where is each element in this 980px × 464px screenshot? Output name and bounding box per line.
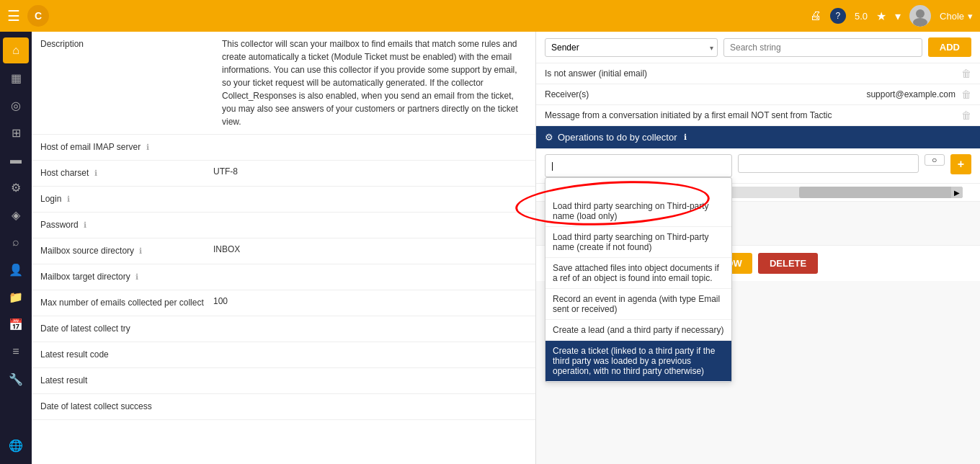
hamburger-icon[interactable]: ☰ bbox=[7, 7, 20, 24]
right-panel: Sender Receiver Subject Body ▾ ADD Is no… bbox=[536, 32, 980, 464]
ops-controls: Load third party searching on Third-part… bbox=[536, 148, 980, 184]
sidebar-item-globe[interactable]: 🌐 bbox=[3, 432, 29, 458]
sidebar-item-folder[interactable]: 📁 bbox=[3, 284, 29, 310]
operations-header: ⚙ Operations to do by collector ℹ bbox=[536, 126, 980, 148]
info-icon-imap: ℹ bbox=[146, 143, 149, 151]
delete-rule-2-icon[interactable]: 🗑 bbox=[961, 89, 971, 100]
field-label-password: Password ℹ bbox=[40, 218, 213, 230]
search-input[interactable] bbox=[723, 38, 922, 57]
filter-rule-1: Is not answer (initial email) 🗑 bbox=[536, 63, 980, 84]
field-value-charset: UTF-8 bbox=[213, 166, 527, 177]
description-label: Description bbox=[40, 37, 213, 128]
person-icon: 👤 bbox=[9, 263, 23, 277]
print-icon[interactable]: 🖨 bbox=[810, 9, 821, 22]
ops-dropdown-container: Load third party searching on Third-part… bbox=[545, 154, 732, 177]
sidebar-item-wrench[interactable]: 🔧 bbox=[3, 366, 29, 392]
field-label-max-emails: Max number of emails collected per colle… bbox=[40, 296, 213, 308]
sidebar-item-grid[interactable]: ⊞ bbox=[3, 120, 29, 146]
home-icon: ⌂ bbox=[12, 44, 19, 57]
folder-icon: 📁 bbox=[9, 290, 23, 304]
sidebar-item-user[interactable]: ◎ bbox=[3, 92, 29, 118]
app-logo: C bbox=[27, 5, 49, 27]
field-row-max-emails: Max number of emails collected per colle… bbox=[32, 290, 535, 316]
sidebar-item-list[interactable]: ≡ bbox=[3, 339, 29, 365]
sidebar-item-home[interactable]: ⌂ bbox=[3, 37, 29, 63]
chevron-icon[interactable]: ▾ bbox=[895, 9, 901, 23]
topbar-right: 🖨 ? 5.0 ★ ▾ Chole ▾ bbox=[810, 5, 973, 27]
delete-rule-3-icon[interactable]: 🗑 bbox=[961, 110, 971, 121]
gear-icon: ⚙ bbox=[11, 181, 21, 195]
calendar-icon: 📅 bbox=[9, 318, 23, 331]
main-wrapper: Description This collector will scan you… bbox=[32, 32, 980, 464]
list-icon: ≡ bbox=[12, 345, 19, 358]
ops-circle-button[interactable]: ○ bbox=[925, 154, 945, 166]
field-value-mailbox-source: INBOX bbox=[213, 244, 527, 254]
dropdown-item-empty[interactable] bbox=[545, 178, 731, 196]
sidebar-item-person[interactable]: 👤 bbox=[3, 256, 29, 282]
building-icon: ▦ bbox=[11, 71, 22, 85]
topbar: ☰ C 🖨 ? 5.0 ★ ▾ Chole ▾ bbox=[0, 0, 980, 32]
delete-rule-1-icon[interactable]: 🗑 bbox=[961, 68, 971, 79]
sidebar-item-search[interactable]: ⌕ bbox=[3, 229, 29, 255]
search-icon: ⌕ bbox=[12, 236, 19, 249]
svg-point-0 bbox=[916, 9, 925, 18]
info-icon-mailbox-target: ℹ bbox=[135, 272, 138, 281]
ops-add-button[interactable]: + bbox=[950, 154, 971, 174]
help-circle[interactable]: ? bbox=[830, 8, 846, 24]
filter-rule-text-3: Message from a conversation initiated by… bbox=[545, 110, 956, 120]
chart-icon: ▬ bbox=[10, 153, 22, 166]
ops-settings-icon: ⚙ bbox=[545, 132, 553, 143]
field-label-mailbox-source: Mailbox source directory ℹ bbox=[40, 244, 213, 256]
description-row: Description This collector will scan you… bbox=[32, 32, 535, 135]
svg-point-1 bbox=[913, 18, 927, 27]
sidebar-item-building[interactable]: ▦ bbox=[3, 65, 29, 91]
filter-rule-2: Receiver(s) support@example.com 🗑 bbox=[536, 84, 980, 105]
dropdown-item-2[interactable]: Load third party searching on Third-part… bbox=[545, 227, 731, 258]
field-row-result-code: Latest result code bbox=[32, 342, 535, 368]
dropdown-item-6[interactable]: Create a ticket (linked to a third party… bbox=[545, 341, 731, 382]
user-chevron-icon: ▾ bbox=[968, 11, 973, 22]
sidebar-item-gear[interactable]: ⚙ bbox=[3, 174, 29, 200]
wrench-icon: 🔧 bbox=[9, 372, 23, 386]
filter-rule-text-1: Is not answer (initial email) bbox=[545, 68, 956, 79]
field-label-date-success: Date of latest collect success bbox=[40, 400, 213, 411]
field-label-date-try: Date of latest collect try bbox=[40, 322, 213, 334]
sidebar: ⌂ ▦ ◎ ⊞ ▬ ⚙ ◈ ⌕ 👤 📁 📅 ≡ 🔧 🌐 bbox=[0, 32, 32, 464]
score-value: 5.0 bbox=[855, 11, 868, 22]
help-icon[interactable]: ? bbox=[830, 8, 846, 24]
field-row-result: Latest result bbox=[32, 368, 535, 394]
field-row-charset: Host charset ℹ UTF-8 bbox=[32, 161, 535, 187]
star-icon[interactable]: ★ bbox=[876, 9, 886, 23]
avatar[interactable] bbox=[909, 5, 931, 27]
description-text: This collector will scan your mailbox to… bbox=[222, 37, 527, 128]
dropdown-item-3[interactable]: Save attached files into object document… bbox=[545, 258, 731, 289]
filter-select-wrapper: Sender Receiver Subject Body ▾ bbox=[545, 38, 718, 57]
dropdown-item-5[interactable]: Create a lead (and a third party if nece… bbox=[545, 320, 731, 341]
delete-button[interactable]: DELETE bbox=[758, 253, 818, 274]
field-row-mailbox-source: Mailbox source directory ℹ INBOX bbox=[32, 238, 535, 264]
field-value-max-emails: 100 bbox=[213, 296, 527, 306]
sidebar-item-calendar[interactable]: 📅 bbox=[3, 311, 29, 337]
scroll-right-arrow[interactable]: ▶ bbox=[951, 187, 963, 198]
globe-icon: 🌐 bbox=[9, 439, 23, 452]
dropdown-item-4[interactable]: Record an event in agenda (with type Ema… bbox=[545, 289, 731, 320]
user-name-button[interactable]: Chole ▾ bbox=[940, 11, 973, 22]
sidebar-item-ticket[interactable]: ◈ bbox=[3, 202, 29, 228]
scrollbar-thumb bbox=[799, 187, 963, 198]
left-panel: Description This collector will scan you… bbox=[32, 32, 536, 464]
field-label-imap: Host of email IMAP server ℹ bbox=[40, 140, 213, 152]
dropdown-item-1[interactable]: Load third party searching on Third-part… bbox=[545, 196, 731, 227]
field-row-mailbox-target: Mailbox target directory ℹ bbox=[32, 264, 535, 290]
sidebar-item-chart[interactable]: ▬ bbox=[3, 147, 29, 173]
operations-info-icon: ℹ bbox=[684, 133, 687, 142]
operations-title: Operations to do by collector bbox=[558, 132, 677, 143]
field-row-imap: Host of email IMAP server ℹ bbox=[32, 135, 535, 161]
ops-dropdown-trigger[interactable] bbox=[545, 154, 732, 177]
filter-rule-text-2: Receiver(s) bbox=[545, 89, 860, 99]
info-icon-password: ℹ bbox=[84, 220, 86, 229]
ops-text-input[interactable] bbox=[738, 154, 919, 173]
filter-select[interactable]: Sender Receiver Subject Body bbox=[545, 38, 718, 57]
field-row-login: Login ℹ bbox=[32, 187, 535, 213]
add-filter-button[interactable]: ADD bbox=[928, 37, 971, 57]
ops-dropdown-input[interactable] bbox=[551, 161, 726, 171]
